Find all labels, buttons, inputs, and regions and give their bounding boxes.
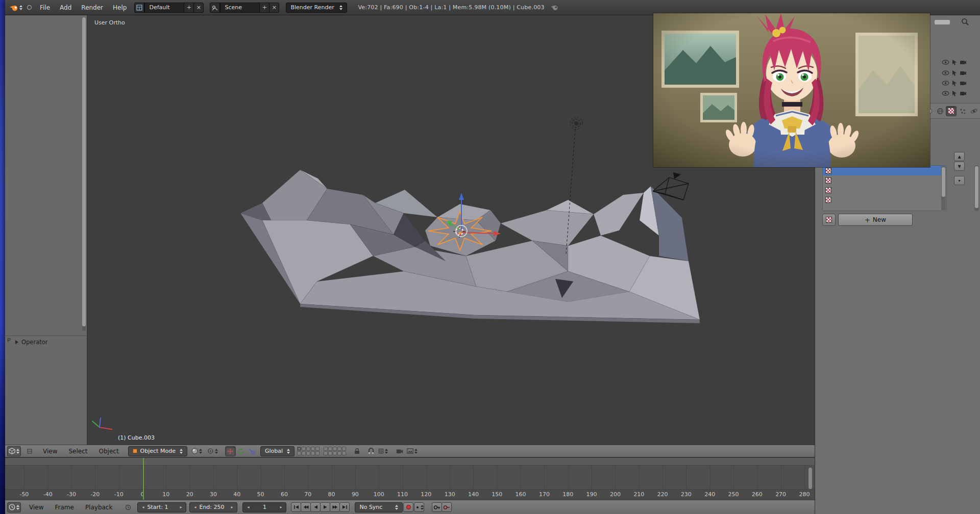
timeline-editor-type-button[interactable]: [7, 502, 21, 512]
slot-move-down-button[interactable]: ▼: [954, 162, 965, 171]
pivot-point-dropdown[interactable]: [206, 446, 219, 456]
screen-layout-field[interactable]: Default: [144, 3, 184, 13]
jump-to-end-button[interactable]: [339, 502, 350, 512]
header-options-icon[interactable]: [24, 446, 35, 456]
slot-move-up-button[interactable]: ▲: [954, 152, 965, 161]
layer-toggle[interactable]: [337, 447, 341, 451]
layer-toggle[interactable]: [315, 451, 320, 455]
timeline-menu-view[interactable]: View: [24, 502, 48, 512]
layer-toggle[interactable]: [297, 451, 301, 455]
renderable-camera-icon[interactable]: [960, 81, 967, 86]
texture-slot-row[interactable]: [823, 175, 946, 185]
jump-prev-keyframe-button[interactable]: [301, 502, 311, 512]
menu-file[interactable]: File: [35, 3, 55, 13]
layer-toggle[interactable]: [324, 451, 328, 455]
menu-help[interactable]: Help: [108, 3, 131, 13]
menu-add[interactable]: Add: [55, 3, 76, 13]
selectable-cursor-icon[interactable]: [951, 59, 958, 65]
delete-keyframe-button[interactable]: [442, 502, 452, 512]
tab-particles-icon[interactable]: [957, 106, 968, 116]
texture-list-scrollbar[interactable]: [941, 166, 946, 210]
layer-toggle[interactable]: [311, 447, 315, 451]
texture-browse-button[interactable]: [822, 214, 836, 226]
snap-magnet-button[interactable]: [365, 446, 376, 456]
layer-toggle[interactable]: [306, 451, 310, 455]
timeline-editor[interactable]: -50-40-30-20-100102030405060708090100110…: [5, 457, 815, 500]
keying-set-dropdown[interactable]: [414, 502, 424, 512]
menu-select[interactable]: Select: [63, 446, 92, 456]
layer-toggle[interactable]: [328, 451, 332, 455]
outliner-filter-field[interactable]: [935, 20, 950, 24]
properties-scrollbar[interactable]: [974, 165, 979, 211]
render-engine-dropdown[interactable]: Blender Render: [286, 3, 347, 13]
texture-slot-row[interactable]: [823, 195, 946, 204]
menu-render[interactable]: Render: [77, 3, 108, 13]
window-toggle-icon[interactable]: [24, 3, 35, 13]
play-button[interactable]: [320, 502, 330, 512]
interaction-mode-dropdown[interactable]: Object Mode: [128, 446, 187, 456]
scene-field[interactable]: Scene: [220, 3, 260, 13]
stepper-left-icon[interactable]: ◂: [194, 505, 196, 509]
manipulator-scale-button[interactable]: [247, 446, 257, 456]
layer-toggle[interactable]: [342, 451, 346, 455]
tool-shelf-scrollbar[interactable]: [82, 17, 86, 331]
tab-world-icon[interactable]: [935, 106, 945, 116]
screen-layout-browse-icon[interactable]: [134, 3, 144, 13]
screen-layout-delete-button[interactable]: ×: [193, 3, 204, 13]
preview-range-icon[interactable]: [122, 502, 133, 512]
timeline-scrollbar[interactable]: [808, 468, 812, 489]
start-frame-field[interactable]: ◂ Start: 1 ▸: [137, 502, 186, 512]
scene-delete-button[interactable]: ×: [269, 3, 279, 13]
snap-element-dropdown[interactable]: [377, 446, 389, 456]
lock-to-scene-icon[interactable]: [352, 446, 362, 456]
layer-toggle[interactable]: [328, 447, 332, 451]
layer-toggle[interactable]: [297, 447, 301, 451]
layer-toggle[interactable]: [311, 451, 315, 455]
tab-physics-icon[interactable]: [968, 106, 979, 116]
renderable-camera-icon[interactable]: [960, 70, 967, 75]
current-frame-field[interactable]: ◂ 1 ▸: [242, 502, 286, 512]
visibility-eye-icon[interactable]: [942, 81, 949, 86]
scene-add-button[interactable]: +: [259, 3, 270, 13]
visibility-eye-icon[interactable]: [942, 70, 949, 75]
screen-layout-add-button[interactable]: +: [184, 3, 194, 13]
renderable-camera-icon[interactable]: [960, 60, 967, 65]
opengl-render-anim-button[interactable]: [406, 446, 419, 456]
manipulator-translate-button[interactable]: [225, 446, 236, 456]
stepper-right-icon[interactable]: ▸: [180, 505, 182, 509]
play-reverse-button[interactable]: [310, 502, 321, 512]
selectable-cursor-icon[interactable]: [951, 70, 958, 76]
av-sync-dropdown[interactable]: No Sync: [355, 502, 403, 512]
timeline-ruler-strip[interactable]: [5, 489, 815, 500]
stepper-left-icon[interactable]: ◂: [142, 505, 144, 509]
visibility-eye-icon[interactable]: [942, 91, 949, 96]
scene-browse-icon[interactable]: [210, 3, 220, 13]
layer-toggle[interactable]: [333, 447, 337, 451]
stepper-right-icon[interactable]: ▸: [280, 505, 282, 509]
viewport-editor-type-button[interactable]: [7, 446, 21, 456]
stepper-right-icon[interactable]: ▸: [231, 505, 233, 509]
menu-view[interactable]: View: [38, 446, 62, 456]
new-texture-button[interactable]: + New: [838, 214, 913, 226]
timeline-menu-frame[interactable]: Frame: [50, 502, 79, 512]
layer-toggle[interactable]: [342, 447, 346, 451]
info-editor-type-button[interactable]: [8, 3, 23, 13]
viewport-shading-dropdown[interactable]: [190, 446, 203, 456]
slot-specials-menu-button[interactable]: ▾: [954, 176, 965, 185]
layer-toggle[interactable]: [306, 447, 310, 451]
end-frame-field[interactable]: ◂ End: 250 ▸: [189, 502, 237, 512]
jump-next-keyframe-button[interactable]: [330, 502, 340, 512]
layer-toggle[interactable]: [337, 451, 341, 455]
visibility-eye-icon[interactable]: [942, 60, 949, 65]
tab-texture-icon[interactable]: [946, 106, 957, 116]
reference-image-overlay[interactable]: [653, 13, 930, 167]
current-frame-indicator[interactable]: [143, 458, 144, 500]
renderable-camera-icon[interactable]: [960, 91, 967, 96]
layer-toggle[interactable]: [302, 451, 306, 455]
layer-toggle[interactable]: [324, 447, 328, 451]
stepper-left-icon[interactable]: ◂: [247, 505, 249, 509]
layer-toggle[interactable]: [302, 447, 306, 451]
operator-panel-header[interactable]: Operator: [15, 339, 47, 346]
selectable-cursor-icon[interactable]: [951, 80, 958, 86]
insert-keyframe-button[interactable]: [432, 502, 442, 512]
